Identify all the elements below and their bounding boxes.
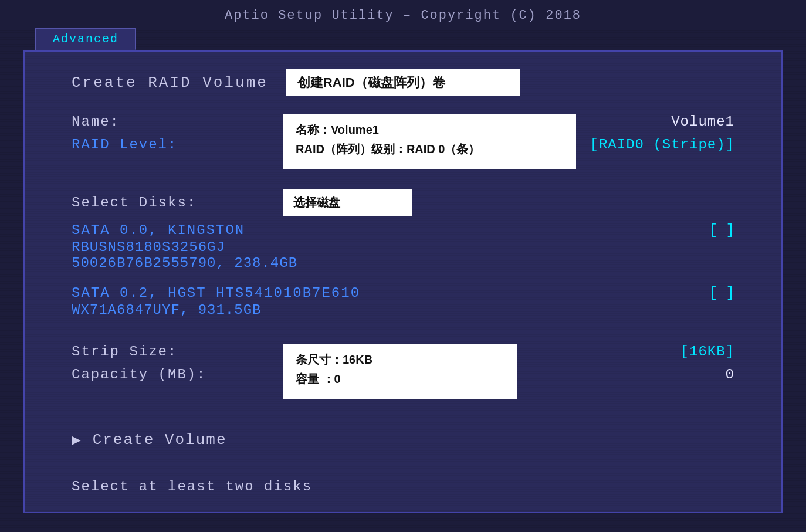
disk1-entry: SATA 0.0, KINGSTON [ ] RBUSNS8180S3256GJ… [72,222,734,271]
select-disks-tooltip: 选择磁盘 [283,189,412,216]
labels-col: Name: RAID Level: [72,114,283,153]
strip-value: [16KB] [680,344,734,360]
header-bar: Aptio Setup Utility – Copyright (C) 2018 [0,0,806,28]
content-inner: Create RAID Volume 创建RAID（磁盘阵列）卷 Name: R… [72,69,734,494]
name-label: Name: [72,114,283,130]
tab-bar: Advanced [0,28,806,50]
spacer7 [72,461,734,473]
spacer4 [72,332,734,344]
name-value: Volume1 [671,114,734,130]
raid-value: [RAID0 (Stripe)] [590,137,734,153]
spacer3 [72,320,734,332]
capacity-value: 0 [726,367,734,382]
spacer6 [72,419,734,431]
spacer5 [72,407,734,419]
strip-label: Strip Size: [72,344,283,360]
values-col: Volume1 [RAID0 (Stripe)] [590,114,734,153]
tab-advanced[interactable]: Advanced [35,28,136,50]
disk1-line1: SATA 0.0, KINGSTON [72,222,699,238]
disk2-row1: SATA 0.2, HGST HTS541010B7E610 [ ] [72,285,734,301]
disk2-checkbox[interactable]: [ ] [699,285,734,301]
disk1-row1: SATA 0.0, KINGSTON [ ] [72,222,734,238]
name-raid-section: Name: RAID Level: 名称：Volume1 RAID（阵列）级别：… [72,114,734,169]
spacer2 [72,273,734,285]
capacity-tooltip-line: 容量 ：0 [296,371,504,387]
disk2-entry: SATA 0.2, HGST HTS541010B7E610 [ ] WX71A… [72,285,734,318]
select-disks-row: Select Disks: 选择磁盘 [72,189,734,216]
name-tooltip-line: 名称：Volume1 [296,122,563,138]
section-title-label: Create RAID Volume [72,74,268,92]
capacity-label: Capacity (MB): [72,367,283,382]
raid-tooltip-line: RAID（阵列）级别：RAID 0（条） [296,141,563,157]
main-content: Create RAID Volume 创建RAID（磁盘阵列）卷 Name: R… [23,50,783,513]
select-disks-label: Select Disks: [72,195,283,211]
disk1-line3: 50026B76B2555790, 238.4GB [72,255,734,271]
disk2-line1: SATA 0.2, HGST HTS541010B7E610 [72,285,699,301]
strip-labels-col: Strip Size: Capacity (MB): [72,344,283,382]
bottom-hint: Select at least two disks [72,479,734,494]
strip-tooltip-line: 条尺寸：16KB [296,352,504,368]
bios-background: Aptio Setup Utility – Copyright (C) 2018… [0,0,806,532]
disk2-line2: WX71A6847UYF, 931.5GB [72,302,734,318]
name-raid-tooltip: 名称：Volume1 RAID（阵列）级别：RAID 0（条） [283,114,576,169]
create-volume-label[interactable]: Create Volume [93,431,227,449]
disk1-line2: RBUSNS8180S3256GJ [72,239,734,255]
spacer1 [72,177,734,189]
raid-label: RAID Level: [72,137,283,153]
create-volume-row: ▶ Create Volume [72,431,734,449]
section-title-row: Create RAID Volume 创建RAID（磁盘阵列）卷 [72,69,734,96]
disk1-checkbox[interactable]: [ ] [699,222,734,238]
arrow-icon: ▶ [72,431,81,449]
section-title-tooltip: 创建RAID（磁盘阵列）卷 [286,69,520,96]
strip-capacity-tooltip: 条尺寸：16KB 容量 ：0 [283,344,517,399]
header-title: Aptio Setup Utility – Copyright (C) 2018 [225,8,581,23]
strip-capacity-section: Strip Size: Capacity (MB): 条尺寸：16KB 容量 ：… [72,344,734,399]
strip-values-col: [16KB] 0 [680,344,734,382]
